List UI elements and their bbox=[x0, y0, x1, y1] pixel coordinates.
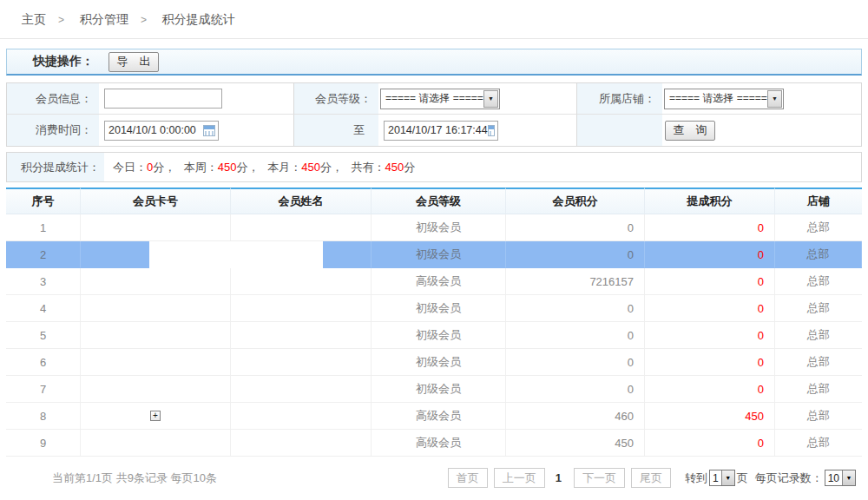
cell-commission: 0 bbox=[645, 295, 775, 322]
goto-page-value: 1 bbox=[710, 472, 721, 484]
col-header-card: 会员卡号 bbox=[81, 188, 231, 214]
page-summary: 当前第1/1页 共9条记录 每页10条 bbox=[52, 470, 217, 486]
col-header-points: 会员积分 bbox=[506, 188, 645, 214]
cell-store: 总部 bbox=[775, 214, 862, 241]
breadcrumb-current-page: 积分提成统计 bbox=[162, 12, 235, 26]
breadcrumb-home[interactable]: 主页 bbox=[22, 12, 46, 26]
chevron-down-icon[interactable]: ▼ bbox=[842, 470, 855, 485]
breadcrumb: 主页> 积分管理> 积分提成统计 bbox=[0, 0, 868, 39]
redaction-overlay bbox=[149, 241, 323, 268]
table-row[interactable]: 3 高级会员 7216157 0 总部 bbox=[6, 268, 862, 295]
goto-label: 转到 bbox=[685, 470, 707, 486]
cell-store: 总部 bbox=[775, 322, 862, 349]
store-select[interactable]: ===== 请选择 ===== ▼ bbox=[664, 89, 784, 109]
cell-points: 0 bbox=[506, 349, 645, 376]
store-selected-value: ===== 请选择 ===== bbox=[665, 91, 767, 106]
cell-level: 初级会员 bbox=[372, 295, 506, 322]
table-row[interactable]: 2 初级会员 0 0 总部 bbox=[6, 241, 862, 268]
per-page-value: 10 bbox=[825, 472, 842, 484]
cell-card bbox=[81, 430, 231, 457]
table-row[interactable]: 1 初级会员 0 0 总部 bbox=[6, 214, 862, 241]
time-to-input[interactable]: 2014/10/17 16:17:44 bbox=[384, 121, 498, 141]
cell-name bbox=[231, 214, 372, 241]
time-to-value: 2014/10/17 16:17:44 bbox=[385, 124, 488, 136]
cell-points: 0 bbox=[506, 295, 645, 322]
first-page-button[interactable]: 首页 bbox=[448, 468, 488, 488]
calendar-icon[interactable] bbox=[488, 125, 495, 136]
commission-table: 序号 会员卡号 会员姓名 会员等级 会员积分 提成积分 店铺 1 初级会员 0 … bbox=[6, 188, 862, 457]
cell-level: 初级会员 bbox=[372, 376, 506, 403]
cell-card bbox=[81, 214, 231, 241]
breadcrumb-separator: > bbox=[58, 14, 64, 26]
goto-page-select[interactable]: 1 ▼ bbox=[709, 470, 735, 486]
cell-level: 高级会员 bbox=[372, 430, 506, 457]
cell-card bbox=[81, 268, 231, 295]
to-label: 至 bbox=[294, 122, 372, 138]
cell-store: 总部 bbox=[775, 268, 862, 295]
goto-suffix: 页 bbox=[737, 470, 748, 486]
cell-index: 8 bbox=[6, 403, 81, 430]
chevron-down-icon[interactable]: ▼ bbox=[483, 90, 498, 108]
table-row[interactable]: 9 高级会员 450 0 总部 bbox=[6, 430, 862, 457]
table-row[interactable]: 7 初级会员 0 0 总部 bbox=[6, 376, 862, 403]
col-header-store: 店铺 bbox=[775, 188, 862, 214]
cell-index: 1 bbox=[6, 214, 81, 241]
chevron-down-icon[interactable]: ▼ bbox=[721, 470, 734, 485]
cell-name bbox=[231, 403, 372, 430]
last-page-button[interactable]: 尾页 bbox=[631, 468, 671, 488]
consume-time-label: 消费时间： bbox=[7, 115, 99, 146]
time-from-value: 2014/10/1 0:00:00 bbox=[105, 124, 196, 136]
cell-store: 总部 bbox=[775, 295, 862, 322]
cell-index: 5 bbox=[6, 322, 81, 349]
search-button[interactable]: 查 询 bbox=[665, 121, 715, 141]
col-header-level: 会员等级 bbox=[372, 188, 506, 214]
table-row[interactable]: 4 初级会员 0 0 总部 bbox=[6, 295, 862, 322]
goto-page-group: 转到 1 ▼ 页 每页记录数： 10 ▼ bbox=[685, 470, 858, 486]
cell-level: 高级会员 bbox=[372, 403, 506, 430]
cell-commission: 0 bbox=[645, 241, 775, 268]
cell-index: 2 bbox=[6, 241, 81, 268]
search-cell: 查 询 bbox=[662, 115, 861, 146]
cell-level: 初级会员 bbox=[372, 214, 506, 241]
next-page-button[interactable]: 下一页 bbox=[574, 468, 625, 488]
per-page-select[interactable]: 10 ▼ bbox=[825, 470, 856, 486]
quick-actions-label: 快捷操作： bbox=[33, 54, 94, 69]
chevron-down-icon[interactable]: ▼ bbox=[767, 90, 782, 108]
breadcrumb-points-management[interactable]: 积分管理 bbox=[80, 12, 128, 26]
cell-commission: 450 bbox=[645, 403, 775, 430]
to-label-cell: 至 bbox=[293, 115, 378, 146]
cell-store: 总部 bbox=[775, 403, 862, 430]
points-commission-page: 主页> 积分管理> 积分提成统计 快捷操作： 导 出 会员信息： 会员等级： =… bbox=[0, 0, 868, 500]
pagination: 首页 上一页 1 下一页 尾页 转到 1 ▼ 页 每页记录数： 10 ▼ bbox=[442, 468, 858, 488]
cell-name bbox=[231, 268, 372, 295]
cell-commission: 0 bbox=[645, 430, 775, 457]
stats-today: 今日：0分， bbox=[113, 161, 175, 174]
cell-points: 450 bbox=[506, 430, 645, 457]
cell-index: 6 bbox=[6, 349, 81, 376]
cell-store: 总部 bbox=[775, 376, 862, 403]
cell-name bbox=[231, 295, 372, 322]
expand-icon[interactable]: + bbox=[150, 411, 161, 421]
export-button[interactable]: 导 出 bbox=[108, 52, 159, 72]
prev-page-button[interactable]: 上一页 bbox=[494, 468, 545, 488]
breadcrumb-separator: > bbox=[141, 14, 147, 26]
cell-name bbox=[231, 430, 372, 457]
cell-commission: 0 bbox=[645, 268, 775, 295]
table-row[interactable]: 5 初级会员 0 0 总部 bbox=[6, 322, 862, 349]
cell-level: 初级会员 bbox=[372, 322, 506, 349]
member-info-label: 会员信息： bbox=[7, 83, 99, 115]
cell-card bbox=[81, 376, 231, 403]
time-from-cell: 2014/10/1 0:00:00 bbox=[99, 115, 293, 146]
time-from-input[interactable]: 2014/10/1 0:00:00 bbox=[104, 121, 219, 141]
cell-points: 0 bbox=[506, 241, 645, 268]
cell-store: 总部 bbox=[775, 241, 862, 268]
table-row[interactable]: 6 初级会员 0 0 总部 bbox=[6, 349, 862, 376]
cell-name bbox=[231, 322, 372, 349]
cell-name bbox=[231, 349, 372, 376]
member-level-select[interactable]: ===== 请选择 ===== ▼ bbox=[380, 89, 500, 109]
member-level-selected-value: ===== 请选择 ===== bbox=[381, 91, 483, 106]
table-row[interactable]: 8 + 高级会员 460 450 总部 bbox=[6, 403, 862, 430]
calendar-icon[interactable] bbox=[203, 125, 215, 136]
table-header: 序号 会员卡号 会员姓名 会员等级 会员积分 提成积分 店铺 bbox=[6, 188, 862, 214]
member-info-input[interactable] bbox=[104, 89, 222, 109]
